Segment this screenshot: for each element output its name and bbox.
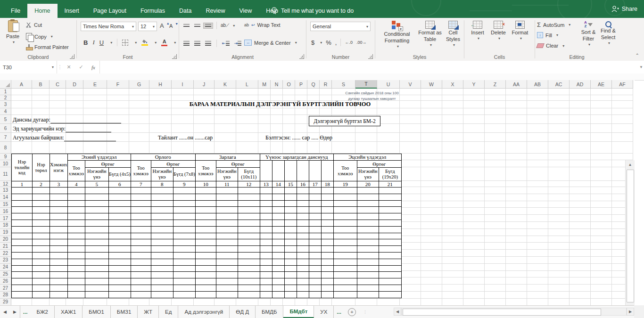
table-cell[interactable] — [216, 253, 238, 259]
column-header-X[interactable]: X — [442, 80, 463, 89]
table-cell[interactable] — [67, 291, 85, 298]
table-cell[interactable] — [321, 246, 333, 253]
row-header-28[interactable]: 28 — [0, 292, 11, 299]
qty-header-cell[interactable]: Тоо хэмжээ — [131, 161, 151, 181]
table-cell[interactable] — [108, 259, 131, 265]
cost-header-cell[interactable]: Өртөг — [357, 161, 401, 168]
table-cell[interactable] — [297, 213, 309, 220]
table-cell[interactable] — [131, 272, 151, 278]
table-cell[interactable] — [67, 188, 85, 194]
sheet-tab-8[interactable]: ӨД Д — [230, 306, 256, 318]
table-cell[interactable] — [108, 213, 131, 220]
find-select-button[interactable]: Find & Select ▾ — [598, 21, 618, 46]
share-button[interactable]: Share — [611, 0, 637, 18]
horizontal-scroll-thumb[interactable] — [403, 309, 601, 316]
table-cell[interactable] — [272, 207, 284, 213]
table-cell[interactable] — [12, 259, 33, 265]
table-cell[interactable] — [357, 220, 379, 227]
align-center-button[interactable] — [193, 40, 202, 47]
sub-header-cell[interactable]: Бүгд (19x20) — [379, 168, 401, 181]
table-cell[interactable] — [173, 265, 195, 272]
table-cell[interactable] — [379, 265, 401, 272]
cost-header-cell[interactable]: Өртөг — [216, 161, 260, 168]
tab-splitter[interactable]: ⋮ — [360, 306, 371, 318]
table-cell[interactable] — [33, 246, 50, 253]
table-cell[interactable] — [12, 291, 33, 298]
table-cell[interactable] — [151, 233, 173, 239]
table-cell[interactable] — [297, 239, 309, 246]
table-cell[interactable] — [297, 194, 309, 200]
table-cell[interactable] — [216, 265, 238, 272]
table-cell[interactable] — [108, 265, 131, 272]
table-cell[interactable] — [272, 285, 284, 292]
table-cell[interactable] — [67, 233, 85, 239]
row-header-1[interactable]: 1 — [0, 89, 11, 95]
table-cell[interactable] — [309, 220, 321, 227]
table-cell[interactable] — [85, 207, 108, 213]
table-cell[interactable] — [216, 200, 238, 207]
row-header-17[interactable]: 17 — [0, 215, 11, 222]
column-number-cell[interactable]: 13 — [260, 181, 272, 188]
sub-header-cell[interactable]: Нэгжийн үнэ — [357, 168, 379, 181]
row-header-8[interactable]: 8 — [0, 142, 11, 154]
table-cell[interactable] — [67, 265, 85, 272]
table-cell[interactable] — [131, 278, 151, 285]
group-header-cell[interactable]: Эцсийн үлдэгдэл — [333, 154, 401, 161]
table-cell[interactable] — [272, 265, 284, 272]
column-header-AE[interactable]: AE — [591, 80, 612, 89]
table-cell[interactable] — [216, 246, 238, 253]
table-cell[interactable] — [333, 207, 357, 213]
table-cell[interactable] — [260, 278, 272, 285]
table-cell[interactable] — [238, 272, 260, 278]
table-cell[interactable] — [67, 226, 85, 233]
table-cell[interactable] — [173, 233, 195, 239]
table-cell[interactable] — [173, 278, 195, 285]
table-cell[interactable] — [357, 285, 379, 292]
table-cell[interactable] — [67, 220, 85, 227]
next-sheet-icon[interactable]: ▶ — [10, 306, 20, 318]
table-cell[interactable] — [151, 272, 173, 278]
sub-header-cell[interactable]: Бүгд (7x8) — [173, 168, 195, 181]
table-cell[interactable] — [131, 259, 151, 265]
table-cell[interactable] — [272, 194, 284, 200]
table-cell[interactable] — [12, 220, 33, 227]
table-cell[interactable] — [50, 213, 68, 220]
table-cell[interactable] — [333, 220, 357, 227]
column-header-A[interactable]: A — [11, 80, 32, 89]
table-cell[interactable] — [195, 194, 216, 200]
qty-header-cell[interactable]: Тоо хэмжээ — [67, 161, 85, 181]
table-cell[interactable] — [33, 194, 50, 200]
table-cell[interactable] — [284, 213, 297, 220]
sort-filter-button[interactable]: AZ Sort & Filter ▾ — [578, 21, 598, 47]
table-cell[interactable] — [333, 226, 357, 233]
table-cell[interactable] — [357, 272, 379, 278]
format-as-table-button[interactable]: Format as Table ▾ — [417, 21, 443, 48]
sheet-tab-7[interactable]: Ад дэлгэрэнгүй — [178, 306, 230, 318]
table-cell[interactable] — [33, 239, 50, 246]
row-header-4[interactable]: 4 — [0, 108, 11, 115]
table-cell[interactable] — [272, 220, 284, 227]
table-cell[interactable] — [272, 233, 284, 239]
table-cell[interactable] — [151, 278, 173, 285]
table-cell[interactable] — [309, 200, 321, 207]
cost-header-cell[interactable]: Өртөг — [85, 161, 131, 168]
table-cell[interactable] — [151, 253, 173, 259]
table-cell[interactable] — [131, 265, 151, 272]
table-cell[interactable] — [260, 291, 272, 298]
table-cell[interactable] — [151, 246, 173, 253]
plain-header-cell[interactable] — [272, 161, 284, 181]
table-cell[interactable] — [260, 239, 272, 246]
column-number-cell[interactable]: 3 — [50, 181, 68, 188]
table-cell[interactable] — [12, 233, 33, 239]
table-cell[interactable] — [151, 220, 173, 227]
table-cell[interactable] — [309, 246, 321, 253]
table-cell[interactable] — [260, 207, 272, 213]
table-cell[interactable] — [297, 226, 309, 233]
shrink-font-button[interactable]: A▼ — [169, 23, 178, 29]
column-number-cell[interactable]: 14 — [272, 181, 284, 188]
table-cell[interactable] — [309, 239, 321, 246]
sheet-tab-2[interactable]: ХАЖ1 — [55, 306, 83, 318]
column-number-cell[interactable]: 1 — [12, 181, 33, 188]
font-color-button[interactable]: A — [161, 39, 167, 46]
table-cell[interactable] — [260, 200, 272, 207]
